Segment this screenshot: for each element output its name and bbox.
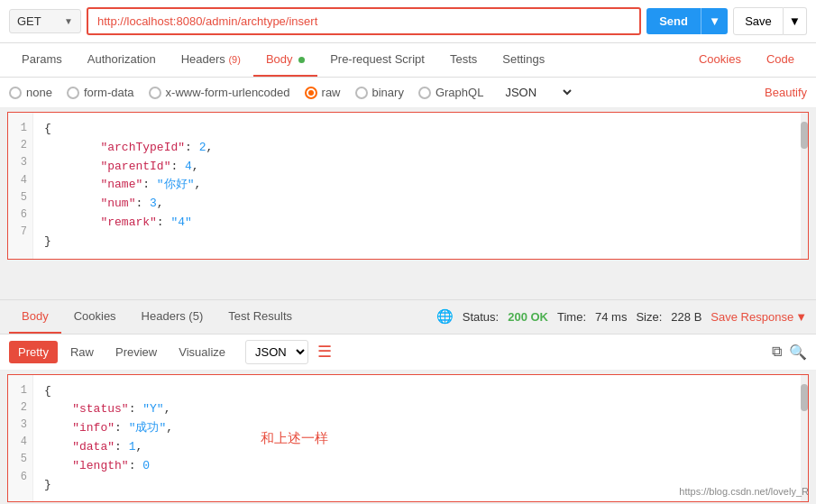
res-line-1: { [44, 382, 797, 401]
pretty-bar: Pretty Raw Preview Visualize JSON Text H… [0, 334, 816, 371]
time-label: Time: [557, 310, 586, 324]
radio-urlencoded-label: x-www-form-urlencoded [166, 86, 290, 99]
radio-graphql[interactable]: GraphQL [418, 86, 483, 99]
pretty-tab-preview[interactable]: Preview [106, 341, 166, 363]
send-button[interactable]: Send [646, 8, 701, 34]
panel-gap [0, 263, 816, 299]
save-response-arrow: ▼ [795, 310, 807, 324]
radio-none-circle [9, 87, 22, 99]
watermark: https://blog.csdn.net/lovely_R [679, 486, 809, 497]
res-line-4: "data": 1, [44, 438, 797, 457]
req-line-3: "parentId": 4, [44, 158, 797, 177]
pretty-tab-raw[interactable]: Raw [61, 341, 103, 363]
radio-form-data-circle [67, 87, 79, 99]
req-line-1: { [44, 120, 797, 139]
method-label: GET [17, 14, 41, 28]
radio-binary[interactable]: binary [355, 86, 404, 99]
method-arrow-icon: ▼ [64, 16, 73, 26]
response-editor: 1 2 3 4 5 6 { "status": "Y", "info": "成功… [7, 374, 809, 503]
json-format-select[interactable]: JSON Text JavaScript HTML XML [501, 85, 574, 100]
req-line-4: "name": "你好", [44, 176, 797, 195]
response-code-content: { "status": "Y", "info": "成功", "data": 1… [33, 375, 808, 502]
req-line-6: "remark": "4" [44, 214, 797, 233]
response-tab-test-results[interactable]: Test Results [215, 300, 305, 334]
res-line-2: "status": "Y", [44, 400, 797, 419]
save-button[interactable]: Save [733, 7, 784, 35]
request-tab-bar: Params Authorization Headers (9) Body Pr… [0, 43, 816, 78]
response-tab-bar: Body Cookies Headers (5) Test Results 🌐 … [0, 299, 816, 334]
save-dropdown-button[interactable]: ▼ [784, 7, 807, 35]
radio-raw[interactable]: raw [305, 86, 341, 99]
send-group: Send ▼ [646, 8, 728, 34]
radio-raw-label: raw [322, 86, 341, 99]
radio-raw-circle [305, 87, 317, 99]
radio-urlencoded-circle [149, 87, 161, 99]
save-response-label: Save Response [711, 310, 793, 324]
status-value: 200 OK [508, 310, 548, 324]
response-json-select-wrap[interactable]: JSON Text HTML XML [245, 340, 308, 364]
response-tab-headers[interactable]: Headers (5) [129, 300, 216, 334]
format-icon[interactable]: ☰ [317, 342, 332, 362]
tab-body[interactable]: Body [253, 43, 317, 77]
body-type-bar: none form-data x-www-form-urlencoded raw… [0, 78, 816, 108]
response-status-bar: 🌐 Status: 200 OK Time: 74 ms Size: 228 B… [436, 308, 807, 325]
req-line-7: } [44, 233, 797, 252]
size-label: Size: [636, 310, 662, 324]
request-editor: 1 2 3 4 5 6 7 { "archTypeId": 2, "parent… [7, 112, 809, 260]
save-group: Save ▼ [733, 7, 807, 35]
save-response-button[interactable]: Save Response ▼ [711, 310, 807, 324]
request-scrollbar-thumb [801, 122, 808, 149]
search-icon[interactable]: 🔍 [789, 344, 807, 361]
response-right-icons: ⧉ 🔍 [772, 344, 807, 361]
radio-urlencoded[interactable]: x-www-form-urlencoded [149, 86, 290, 99]
request-code-content[interactable]: { "archTypeId": 2, "parentId": 4, "name"… [33, 113, 808, 259]
headers-badge: (9) [228, 54, 240, 65]
tab-cookies[interactable]: Cookies [686, 43, 754, 77]
tab-settings[interactable]: Settings [490, 43, 557, 77]
res-line-5: "length": 0 [44, 457, 797, 476]
time-value: 74 ms [595, 310, 627, 324]
response-line-numbers: 1 2 3 4 5 6 [8, 375, 33, 502]
radio-binary-circle [355, 87, 368, 99]
pretty-tab-pretty[interactable]: Pretty [9, 341, 58, 363]
response-scrollbar[interactable] [801, 375, 808, 502]
annotation-text: 和上述一样 [261, 429, 328, 446]
tab-code[interactable]: Code [754, 43, 807, 77]
request-line-numbers: 1 2 3 4 5 6 7 [8, 113, 33, 259]
method-select[interactable]: GET ▼ [9, 9, 81, 33]
req-line-2: "archTypeId": 2, [44, 139, 797, 158]
response-scrollbar-thumb [801, 384, 808, 411]
radio-graphql-label: GraphQL [436, 86, 483, 99]
globe-icon: 🌐 [436, 308, 454, 325]
tab-authorization[interactable]: Authorization [75, 43, 169, 77]
send-dropdown-button[interactable]: ▼ [701, 8, 728, 34]
url-input[interactable] [87, 7, 641, 35]
tab-headers[interactable]: Headers (9) [169, 43, 253, 77]
json-format-select-wrap[interactable]: JSON Text JavaScript HTML XML [501, 85, 574, 100]
radio-none[interactable]: none [9, 86, 52, 99]
radio-form-data-label: form-data [84, 86, 134, 99]
pretty-tab-visualize[interactable]: Visualize [170, 341, 234, 363]
radio-none-label: none [26, 86, 52, 99]
tab-params[interactable]: Params [9, 43, 75, 77]
radio-graphql-circle [418, 87, 431, 99]
request-scrollbar[interactable] [801, 113, 808, 259]
tab-right-group: Cookies Code [686, 43, 807, 77]
status-label: Status: [463, 310, 499, 324]
top-bar: GET ▼ Send ▼ Save ▼ [0, 0, 816, 43]
req-line-5: "num": 3, [44, 195, 797, 214]
response-tab-body[interactable]: Body [9, 300, 61, 334]
radio-form-data[interactable]: form-data [67, 86, 134, 99]
res-line-3: "info": "成功", [44, 419, 797, 438]
response-json-select[interactable]: JSON Text HTML XML [245, 340, 308, 364]
size-value: 228 B [671, 310, 701, 324]
beautify-button[interactable]: Beautify [765, 86, 807, 99]
response-tab-cookies[interactable]: Cookies [61, 300, 129, 334]
tab-tests[interactable]: Tests [437, 43, 490, 77]
radio-binary-label: binary [372, 86, 404, 99]
copy-icon[interactable]: ⧉ [772, 344, 782, 360]
tab-pre-request[interactable]: Pre-request Script [317, 43, 437, 77]
body-dot [298, 57, 305, 63]
